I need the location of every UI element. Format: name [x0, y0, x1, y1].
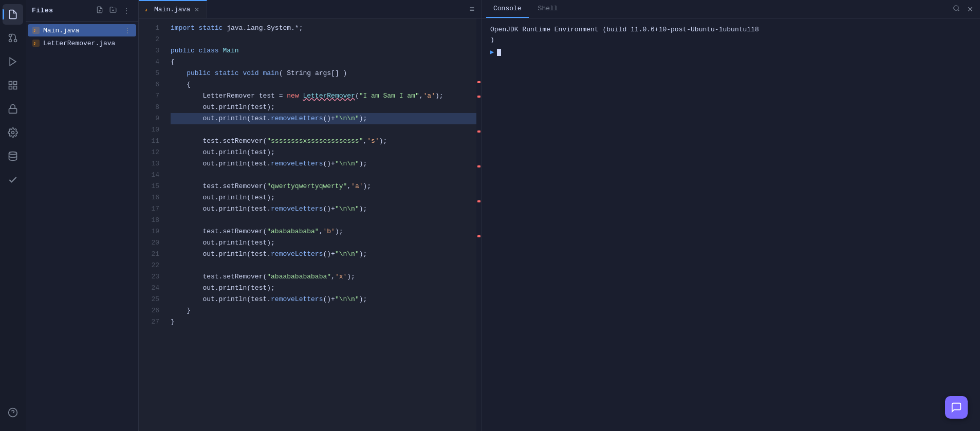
java-file-icon: J [32, 26, 40, 34]
sidebar-item-run-debug[interactable] [3, 51, 23, 72]
code-line-6: { [171, 79, 476, 90]
sidebar-title: Files [32, 7, 53, 14]
sidebar-more-button[interactable]: ⋮ [121, 6, 132, 16]
code-line-25: out.println(test.removeLetters()+"\n\n")… [171, 294, 476, 305]
sidebar-header: Files ⋮ [26, 0, 138, 22]
code-line-17: out.println(test.removeLetters()+"\n\n")… [171, 203, 476, 215]
svg-rect-9 [9, 108, 17, 113]
sidebar-item-database[interactable] [3, 146, 23, 166]
tab-shell-label: Shell [538, 5, 558, 12]
sidebar-item-settings[interactable] [3, 122, 23, 143]
code-editor: 1 2 3 4 5 6 7 8 9 10 11 12 13 14 15 16 1… [139, 18, 482, 431]
scroll-marker-6 [477, 235, 480, 237]
code-line-5: public static void main( String args[] ) [171, 68, 476, 79]
tab-label-main-java: Main.java [154, 6, 190, 13]
tab-bar-right: ≡ [467, 3, 482, 16]
sidebar-actions: ⋮ [94, 5, 132, 16]
activity-bar [0, 0, 26, 431]
svg-rect-6 [14, 82, 17, 85]
console-close-button[interactable]: ✕ [965, 4, 976, 15]
sidebar-item-check[interactable] [3, 170, 23, 190]
console-prompt: ▶ [490, 47, 972, 58]
scroll-marker-5 [477, 200, 480, 202]
code-line-16: out.println(test); [171, 192, 476, 203]
svg-point-11 [9, 152, 17, 155]
scroll-markers [476, 18, 482, 431]
code-line-9: out.println(test.removeLetters()+"\n\n")… [171, 113, 476, 124]
prompt-arrow-icon: ▶ [490, 47, 494, 58]
code-line-26: } [171, 305, 476, 316]
chat-button[interactable] [945, 396, 968, 419]
svg-point-2 [9, 40, 12, 42]
svg-rect-5 [9, 82, 12, 85]
console-tab-actions: ✕ [950, 3, 976, 15]
right-panel: Console Shell ✕ OpenJDK Runtime Environm… [482, 0, 980, 431]
console-content: OpenJDK Runtime Environment (build 11.0.… [482, 18, 980, 431]
editor-menu-button[interactable]: ≡ [467, 3, 477, 16]
code-line-7: LetterRemover test = new LetterRemover("… [171, 90, 476, 102]
file-item-letterremover-java[interactable]: J LetterRemover.java [28, 37, 136, 49]
file-more-button-main[interactable]: ⋮ [123, 26, 132, 34]
console-tab-bar: Console Shell ✕ [482, 0, 980, 18]
activity-bar-bottom [3, 402, 23, 427]
new-folder-button[interactable] [107, 5, 119, 16]
console-output-text-2: ) [490, 35, 972, 45]
new-file-button[interactable] [94, 5, 105, 16]
code-line-20: out.println(test); [171, 237, 476, 249]
file-name-main-java: Main.java [43, 27, 120, 34]
file-tree: J Main.java ⋮ J LetterRemover.java [26, 22, 138, 431]
svg-point-23 [954, 6, 958, 10]
code-line-18 [171, 215, 476, 226]
console-output-text: OpenJDK Runtime Environment (build 11.0.… [490, 25, 972, 35]
sidebar-item-help[interactable] [3, 402, 23, 423]
editor-area: J Main.java ✕ ≡ 1 2 3 4 5 6 7 8 9 10 11 … [139, 0, 482, 431]
code-line-19: test.setRemover("abababababa",'b'); [171, 226, 476, 237]
console-search-button[interactable] [950, 3, 963, 15]
java-file-icon-2: J [32, 39, 40, 47]
code-content[interactable]: import static java.lang.System.*; public… [164, 18, 476, 431]
code-line-22 [171, 260, 476, 271]
tab-main-java[interactable]: J Main.java ✕ [139, 0, 207, 18]
code-line-27: } [171, 316, 476, 328]
sidebar-item-extensions[interactable] [3, 75, 23, 96]
sidebar-item-source-control[interactable] [3, 28, 23, 48]
sidebar-item-lock[interactable] [3, 99, 23, 119]
tab-console[interactable]: Console [486, 0, 529, 18]
svg-point-0 [14, 40, 17, 42]
code-line-14 [171, 170, 476, 181]
svg-point-1 [9, 34, 12, 37]
scroll-marker-2 [477, 96, 480, 98]
code-line-15: test.setRemover("qwertyqwertyqwerty",'a'… [171, 181, 476, 192]
svg-line-24 [958, 10, 959, 11]
tab-shell[interactable]: Shell [531, 0, 565, 18]
code-line-10 [171, 124, 476, 136]
svg-rect-8 [9, 86, 12, 89]
svg-text:J: J [33, 42, 35, 46]
code-line-13: out.println(test.removeLetters()+"\n\n")… [171, 158, 476, 170]
code-line-12: out.println(test); [171, 147, 476, 158]
code-line-8: out.println(test); [171, 102, 476, 113]
scroll-marker-1 [477, 81, 480, 83]
code-line-3: public class Main [171, 45, 476, 57]
sidebar: Files ⋮ [26, 0, 139, 431]
svg-text:J: J [33, 29, 35, 33]
code-line-11: test.setRemover("ssssssssxssssessssesss"… [171, 136, 476, 147]
activity-bar-top [3, 4, 23, 399]
svg-rect-7 [14, 86, 17, 89]
tab-console-label: Console [493, 5, 522, 12]
file-item-main-java[interactable]: J Main.java ⋮ [28, 24, 136, 36]
line-numbers: 1 2 3 4 5 6 7 8 9 10 11 12 13 14 15 16 1… [139, 18, 164, 431]
svg-text:J: J [145, 8, 147, 12]
code-line-23: test.setRemover("abaabababababa",'x'); [171, 271, 476, 283]
file-name-letterremover: LetterRemover.java [43, 40, 132, 47]
scroll-marker-3 [477, 130, 480, 133]
code-line-2 [171, 34, 476, 45]
code-line-4: { [171, 57, 476, 68]
code-line-21: out.println(test.removeLetters()+"\n\n")… [171, 249, 476, 260]
tab-close-main-java[interactable]: ✕ [193, 7, 200, 13]
svg-marker-4 [10, 58, 16, 66]
sidebar-item-files[interactable] [3, 4, 23, 25]
svg-point-10 [12, 132, 14, 134]
code-line-24: out.println(test); [171, 283, 476, 294]
prompt-cursor [497, 49, 501, 56]
